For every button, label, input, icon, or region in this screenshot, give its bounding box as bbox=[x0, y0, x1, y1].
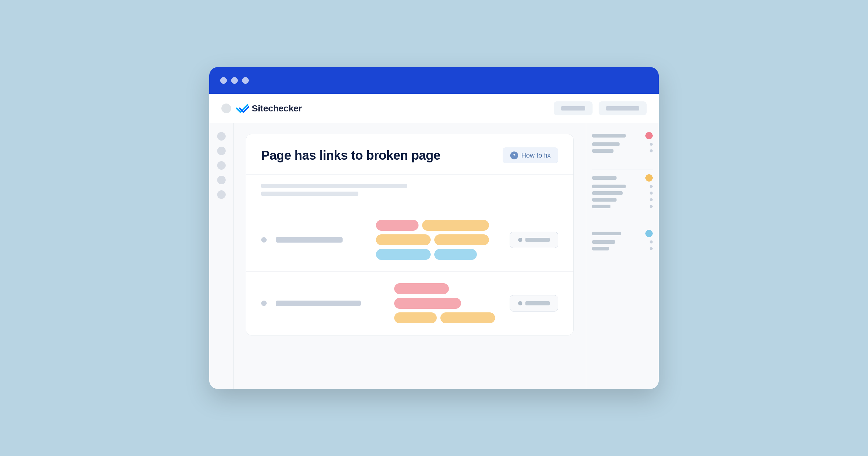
sidebar-row-1-3 bbox=[592, 149, 653, 153]
desc-bar-2 bbox=[261, 192, 359, 196]
sidebar-bar-1-1 bbox=[592, 134, 626, 137]
sidebar-bar-2-3 bbox=[592, 191, 623, 195]
sidebar-dot-2-2 bbox=[650, 185, 653, 188]
sidebar-bar-3-1 bbox=[592, 232, 621, 235]
app-bar: Sitechecker bbox=[209, 94, 659, 123]
traffic-lights bbox=[220, 77, 249, 84]
sidebar-row-3-2 bbox=[592, 240, 653, 244]
tag-orange-1 bbox=[422, 220, 489, 231]
row-action-bar-1 bbox=[525, 238, 550, 242]
btn2-bar bbox=[606, 106, 639, 110]
sidebar-bar-2-2 bbox=[592, 185, 626, 188]
sidebar-divider-1 bbox=[592, 169, 653, 169]
sidebar-dot-1-2 bbox=[650, 143, 653, 146]
sidebar-divider-2 bbox=[592, 225, 653, 225]
tags-area-2 bbox=[394, 283, 500, 323]
tag-orange-5 bbox=[440, 313, 495, 323]
tag-pink-3 bbox=[394, 298, 461, 309]
checkmark-icon bbox=[236, 103, 249, 114]
sidebar-badge-red bbox=[645, 132, 653, 139]
sidebar-section-2 bbox=[592, 174, 653, 211]
sidebar-dot-2-3 bbox=[650, 192, 653, 195]
table-row bbox=[246, 208, 574, 272]
how-to-fix-icon: ? bbox=[510, 152, 518, 159]
card-header: Page has links to broken page ? How to f… bbox=[246, 134, 574, 174]
logo-icon: Sitechecker bbox=[236, 103, 302, 114]
sidebar-row-2-5 bbox=[592, 205, 653, 208]
sidebar-bar-3-2 bbox=[592, 240, 615, 244]
tag-blue-1 bbox=[376, 249, 431, 260]
row-action-1[interactable] bbox=[509, 232, 558, 248]
traffic-light-close[interactable] bbox=[220, 77, 227, 84]
sidebar-nav-item-1[interactable] bbox=[217, 132, 226, 140]
sidebar-dot-3-2 bbox=[650, 240, 653, 243]
left-sidebar bbox=[209, 123, 234, 389]
sidebar-bar-2-1 bbox=[592, 176, 617, 180]
card-description bbox=[246, 174, 574, 208]
tag-pink-1 bbox=[376, 220, 418, 231]
tag-orange-4 bbox=[394, 313, 437, 323]
app-bar-btn1[interactable] bbox=[554, 101, 592, 116]
row-action-2[interactable] bbox=[509, 295, 558, 312]
row-bullet-1 bbox=[261, 237, 267, 242]
sidebar-nav-item-3[interactable] bbox=[217, 161, 226, 170]
sidebar-row-1-1 bbox=[592, 132, 653, 139]
sidebar-bar-2-5 bbox=[592, 205, 611, 208]
desc-bar-1 bbox=[261, 184, 407, 188]
btn1-bar bbox=[561, 106, 585, 110]
tag-orange-3 bbox=[434, 234, 489, 245]
sidebar-dot-2-5 bbox=[650, 205, 653, 208]
sidebar-row-3-3 bbox=[592, 247, 653, 251]
traffic-light-minimize[interactable] bbox=[231, 77, 238, 84]
sidebar-row-2-2 bbox=[592, 185, 653, 188]
sidebar-bar-1-3 bbox=[592, 149, 614, 153]
sidebar-section-1 bbox=[592, 132, 653, 156]
row-action-bar-2 bbox=[525, 301, 550, 305]
row-action-dot-2 bbox=[518, 301, 522, 305]
sidebar-nav-item-5[interactable] bbox=[217, 190, 226, 199]
app-bar-btn2[interactable] bbox=[599, 101, 647, 116]
sidebar-bar-3-3 bbox=[592, 247, 609, 251]
how-to-fix-label: How to fix bbox=[521, 152, 551, 159]
table-row-2 bbox=[246, 272, 574, 335]
logo-area: Sitechecker bbox=[221, 103, 302, 114]
sidebar-row-2-1 bbox=[592, 174, 653, 182]
tag-pink-2 bbox=[394, 283, 449, 294]
sidebar-section-3 bbox=[592, 230, 653, 254]
sidebar-row-1-2 bbox=[592, 142, 653, 146]
sidebar-badge-blue bbox=[645, 230, 653, 237]
content-area: Page has links to broken page ? How to f… bbox=[234, 123, 586, 389]
sidebar-dot-1-3 bbox=[650, 150, 653, 153]
row-label-1 bbox=[276, 237, 343, 242]
sidebar-nav-item-4[interactable] bbox=[217, 176, 226, 184]
tag-blue-2 bbox=[434, 249, 477, 260]
title-bar bbox=[209, 67, 659, 94]
sidebar-row-2-4 bbox=[592, 198, 653, 202]
browser-window: Sitechecker Page has lin bbox=[209, 67, 659, 389]
right-sidebar bbox=[586, 123, 659, 389]
sidebar-bar-2-4 bbox=[592, 198, 617, 202]
sidebar-row-2-3 bbox=[592, 191, 653, 195]
logo-text: Sitechecker bbox=[252, 103, 302, 113]
row-action-dot-1 bbox=[518, 238, 522, 242]
row-bullet-2 bbox=[261, 300, 267, 306]
tags-area-1 bbox=[376, 220, 500, 260]
sidebar-dot-2-4 bbox=[650, 198, 653, 201]
main-layout: Page has links to broken page ? How to f… bbox=[209, 123, 659, 389]
sidebar-row-3-1 bbox=[592, 230, 653, 237]
logo-circle bbox=[221, 103, 231, 113]
row-label-2 bbox=[276, 300, 361, 306]
sidebar-bar-1-2 bbox=[592, 142, 620, 146]
app-bar-actions bbox=[554, 101, 647, 116]
main-card: Page has links to broken page ? How to f… bbox=[246, 134, 574, 335]
traffic-light-maximize[interactable] bbox=[242, 77, 249, 84]
sidebar-badge-orange bbox=[645, 174, 653, 182]
sidebar-nav-item-2[interactable] bbox=[217, 146, 226, 155]
tag-orange-2 bbox=[376, 234, 431, 245]
how-to-fix-button[interactable]: ? How to fix bbox=[503, 148, 558, 163]
card-title: Page has links to broken page bbox=[261, 148, 440, 163]
sidebar-dot-3-3 bbox=[650, 247, 653, 250]
